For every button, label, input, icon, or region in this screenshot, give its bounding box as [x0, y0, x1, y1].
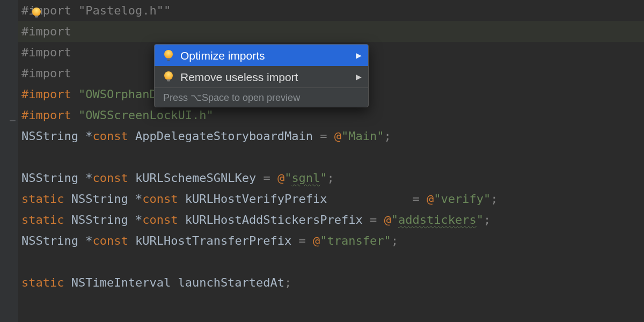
intention-item[interactable]: Optimize imports▶: [155, 45, 368, 66]
code-line[interactable]: static NSTimeInterval launchStartedAt;: [21, 272, 497, 293]
submenu-arrow-icon: ▶: [356, 52, 362, 59]
svg-point-6: [164, 71, 173, 80]
fold-marker-icon[interactable]: ⎯: [10, 105, 16, 126]
intention-item[interactable]: Remove useless import▶: [155, 66, 368, 87]
svg-rect-2: [35, 17, 38, 18]
lightbulb-icon: [162, 49, 175, 62]
code-line[interactable]: #import "Pastelog.h"": [21, 0, 497, 21]
code-line[interactable]: static NSString *const kURLHostVerifyPre…: [21, 188, 497, 209]
intention-bulb-icon[interactable]: [30, 3, 48, 24]
svg-rect-8: [167, 81, 170, 82]
code-line[interactable]: NSString *const kURLSchemeSGNLKey = @"sg…: [21, 167, 497, 188]
svg-rect-5: [167, 60, 170, 61]
editor-gutter: [0, 0, 18, 322]
code-line[interactable]: NSString *const AppDelegateStoryboardMai…: [21, 126, 497, 147]
svg-rect-1: [35, 16, 38, 17]
popup-hint: Press ⌥Space to open preview: [155, 87, 368, 107]
intention-popup: Optimize imports▶Remove useless import▶ …: [154, 44, 369, 107]
code-line[interactable]: #import "OWSScreenLockUI.h": [21, 105, 497, 126]
code-line[interactable]: [21, 147, 497, 167]
code-line[interactable]: static NSString *const kURLHostAddSticke…: [21, 209, 497, 230]
lightbulb-icon: [162, 70, 175, 83]
svg-point-3: [164, 50, 173, 58]
submenu-arrow-icon: ▶: [356, 73, 362, 80]
code-line[interactable]: [21, 251, 497, 272]
code-line[interactable]: NSString *const kURLHostTransferPrefix =…: [21, 230, 497, 251]
svg-point-0: [32, 8, 41, 16]
svg-rect-7: [167, 79, 170, 81]
intention-item-label: Optimize imports: [180, 50, 356, 61]
code-line[interactable]: #import: [21, 21, 497, 42]
svg-rect-4: [167, 58, 170, 60]
intention-item-label: Remove useless import: [180, 71, 356, 83]
